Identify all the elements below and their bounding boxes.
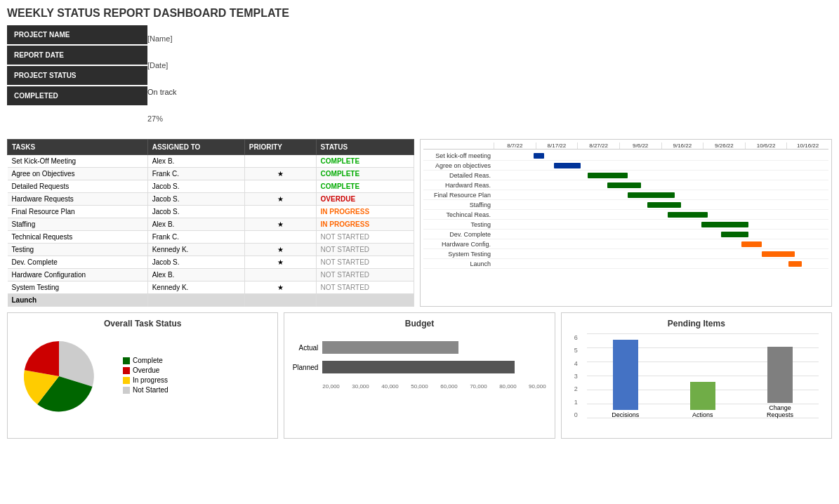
legend-label: Complete	[133, 357, 163, 364]
bottom-charts: Overall Task Status CompleteOverdueIn pr…	[7, 312, 832, 439]
pending-bar-group: Decisions	[587, 334, 664, 418]
task-name: Detailed Requests	[8, 180, 148, 193]
gantt-row: Testing	[423, 220, 828, 230]
gantt-date-label: 10/16/22	[786, 142, 828, 149]
table-row: Set Kick-Off Meeting Alex B. COMPLETE	[8, 155, 414, 168]
project-status-label: PROJECT STATUS	[7, 66, 147, 85]
gantt-row: Set kick-off meeting	[423, 151, 828, 161]
legend-color	[123, 377, 130, 384]
pie-legend: CompleteOverdueIn progressNot Started	[123, 357, 169, 396]
gantt-row: Agree on objectives	[423, 161, 828, 171]
table-row: Hardware Requests Jacob S. ★ OVERDUE	[8, 193, 414, 206]
budget-row-label: Planned	[290, 364, 318, 371]
assigned-to: Alex B.	[147, 218, 244, 231]
pending-y-label: 1	[574, 399, 583, 406]
pending-bar	[767, 347, 793, 403]
pending-chart-area: 0123456 DecisionsActionsChange Requests	[567, 334, 826, 432]
assigned-to: Alex B.	[147, 269, 244, 281]
legend-color	[123, 357, 130, 364]
table-row: Staffing Alex B. ★ IN PROGRESS	[8, 218, 414, 231]
budget-axis-label: 50,000	[411, 383, 428, 390]
pending-bar-label: Actions	[692, 411, 713, 418]
pending-y-label: 3	[574, 373, 583, 380]
col-assigned: ASSIGNED TO	[147, 140, 244, 155]
pending-title: Pending Items	[567, 319, 826, 329]
priority-cell	[244, 294, 316, 307]
gantt-row-label: Testing	[423, 221, 494, 228]
task-name: Dev. Complete	[8, 256, 148, 269]
task-name: Technical Requests	[8, 231, 148, 244]
task-name: Set Kick-Off Meeting	[8, 155, 148, 168]
task-name: Hardware Requests	[8, 193, 148, 206]
budget-bar	[322, 341, 458, 354]
gantt-bar	[647, 202, 681, 208]
gantt-row: Final Resource Plan	[423, 190, 828, 200]
gantt-row-label: Launch	[423, 260, 494, 267]
budget-axis-label: 70,000	[470, 383, 487, 390]
priority-cell	[244, 180, 316, 193]
task-name: Launch	[8, 294, 148, 307]
task-name: Testing	[8, 244, 148, 256]
col-tasks: TASKS	[8, 140, 148, 155]
table-row: System Testing Kennedy K. ★ NOT STARTED	[8, 281, 414, 294]
legend-item: Overdue	[123, 366, 169, 374]
gantt-date-label: 10/6/22	[745, 142, 787, 149]
table-row: Detailed Requests Jacob S. COMPLETE	[8, 180, 414, 193]
gantt-date-label: 9/26/22	[703, 142, 745, 149]
table-row: Testing Kennedy K. ★ NOT STARTED	[8, 244, 414, 256]
gantt-bar	[668, 212, 708, 218]
status-cell: COMPLETE	[316, 168, 414, 180]
status-cell: NOT STARTED	[316, 244, 414, 256]
legend-label: Overdue	[133, 366, 159, 374]
assigned-to	[147, 294, 244, 307]
status-cell: IN PROGRESS	[316, 218, 414, 231]
gantt-bar	[628, 192, 675, 198]
gantt-bars	[494, 151, 828, 161]
priority-cell: ★	[244, 193, 316, 206]
status-cell: OVERDUE	[316, 193, 414, 206]
gantt-bars	[494, 190, 828, 200]
gantt-row-label: Hardward Reas.	[423, 182, 494, 189]
gantt-row-label: Final Resource Plan	[423, 192, 494, 199]
gantt-date-label: 8/17/22	[536, 142, 578, 149]
budget-chart-box: Budget Actual Planned 20,00030,00040,000…	[284, 312, 555, 439]
status-cell: NOT STARTED	[316, 281, 414, 294]
table-row: Hardware Configuration Alex B. NOT START…	[8, 269, 414, 281]
pending-y-label: 5	[574, 347, 583, 354]
priority-cell: ★	[244, 168, 316, 180]
status-cell: NOT STARTED	[316, 269, 414, 281]
gantt-date-label: 8/7/22	[494, 142, 536, 149]
pending-bar-label: Decisions	[612, 411, 639, 418]
budget-bar-container	[322, 341, 548, 354]
completed-label: COMPLETED	[7, 86, 147, 105]
budget-axis-label: 60,000	[440, 383, 457, 390]
budget-axis-label: 40,000	[381, 383, 398, 390]
gantt-bar	[534, 153, 543, 159]
budget-axis-label: 90,000	[529, 383, 546, 390]
priority-cell: ★	[244, 218, 316, 231]
status-cell: IN PROGRESS	[316, 206, 414, 218]
gantt-row-label: Techincal Reas.	[423, 211, 494, 218]
budget-bar	[322, 361, 515, 373]
priority-cell	[244, 155, 316, 168]
status-cell: COMPLETE	[316, 180, 414, 193]
budget-chart: Actual Planned 20,00030,00040,00050,0006…	[290, 334, 548, 390]
pie-chart-svg	[13, 334, 112, 418]
tasks-table: TASKS ASSIGNED TO PRIORITY STATUS Set Ki…	[7, 139, 414, 307]
gantt-row-label: System Testing	[423, 251, 494, 258]
gantt-bar	[788, 261, 802, 267]
gantt-bars	[494, 210, 828, 220]
pending-bar	[690, 382, 715, 410]
assigned-to: Frank C.	[147, 168, 244, 180]
gantt-row-label: Agree on objectives	[423, 162, 494, 169]
gantt-bars	[494, 180, 828, 190]
legend-color	[123, 387, 130, 394]
priority-cell: ★	[244, 244, 316, 256]
gantt-bars	[494, 259, 828, 269]
legend-item: In progress	[123, 376, 169, 384]
task-status-title: Overall Task Status	[13, 319, 272, 329]
gantt-panel: 8/7/228/17/228/27/229/6/229/16/229/26/22…	[420, 139, 832, 307]
gantt-date-label: 9/6/22	[619, 142, 661, 149]
gantt-row: Launch	[423, 259, 828, 269]
status-cell: NOT STARTED	[316, 256, 414, 269]
